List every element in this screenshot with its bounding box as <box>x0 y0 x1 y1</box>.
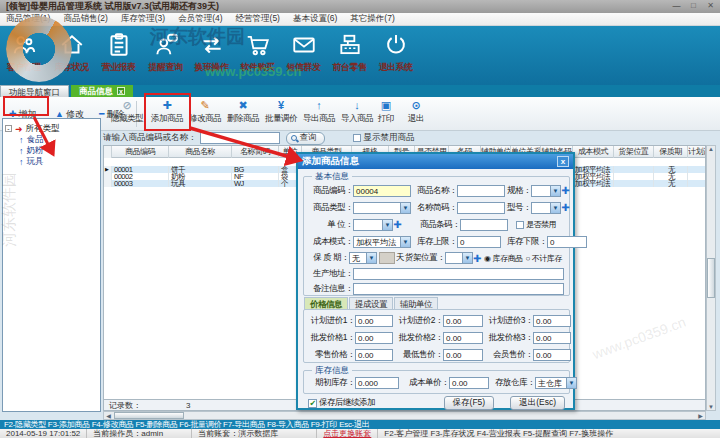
edit-product-button[interactable]: ✎ 修改商品 <box>186 99 224 129</box>
menu-item-inventory[interactable]: 库存管理(3) <box>121 13 165 25</box>
toolbar-stock-status[interactable]: 库存状况 <box>49 28 94 83</box>
tab-close-icon[interactable]: x <box>117 87 125 95</box>
toolbar-exit-system[interactable]: 退出系统 <box>373 28 418 83</box>
add-product-button[interactable]: ✚ 添加商品 <box>148 99 186 129</box>
show-disabled-checkbox[interactable]: 显示禁用商品 <box>353 132 415 144</box>
save-button[interactable]: 保存(F5) <box>444 396 495 410</box>
menu-item-members[interactable]: 会员管理(4) <box>178 13 222 25</box>
menu-item-operations[interactable]: 经营管理(5) <box>236 13 280 25</box>
import-product-button[interactable]: ↓ 导入商品 <box>338 99 376 129</box>
wholesale2-input[interactable]: 0.00 <box>443 332 483 344</box>
vertical-scrollbar[interactable]: ▲ ▼ <box>706 145 716 411</box>
retail-price-input[interactable]: 0.00 <box>355 349 393 361</box>
scroll-right-icon[interactable]: ▶ <box>696 412 705 419</box>
warehouse-dropdown[interactable]: 主仓库▼ <box>535 377 577 389</box>
chevron-down-icon[interactable]: ▼ <box>382 220 392 230</box>
chevron-down-icon[interactable]: ▼ <box>550 186 560 196</box>
chevron-down-icon[interactable]: ▼ <box>550 203 560 213</box>
member-price-input[interactable]: 0.00 <box>533 349 571 361</box>
col-header[interactable]: 商品名称 <box>169 146 232 158</box>
col-header[interactable]: 计划进价1 <box>688 146 706 158</box>
stock-min-input[interactable]: 0 <box>547 236 587 248</box>
toolbar-business-report[interactable]: 营业报表 <box>96 28 141 83</box>
toolbar-pos-retail[interactable]: 前台零售 <box>327 28 372 83</box>
col-header[interactable]: 成本模式 <box>573 146 614 158</box>
export-product-button[interactable]: ↑ 导出商品 <box>300 99 338 129</box>
menu-item-settings[interactable]: 基本设置(6) <box>293 13 337 25</box>
print-button[interactable]: ▣ 打印 <box>372 99 400 129</box>
wholesale3-input[interactable]: 0.00 <box>533 332 571 344</box>
tree-item-food[interactable]: ↑ 食品 <box>19 134 98 145</box>
unit-dropdown[interactable]: ▼ <box>353 219 393 231</box>
query-button[interactable]: 查询 <box>286 132 325 145</box>
minimize-button[interactable]: — <box>670 1 683 11</box>
dialog-close-icon[interactable]: x <box>557 156 569 167</box>
rack-dropdown[interactable]: ▼ <box>445 252 473 264</box>
plan-price3-input[interactable]: 0.00 <box>533 315 571 327</box>
menu-item-sales[interactable]: 商品销售(2) <box>63 13 107 25</box>
toolbar-sms-broadcast[interactable]: 短信群发 <box>281 28 326 83</box>
stock-product-radio[interactable]: ◉ 库存商品 <box>484 253 522 264</box>
chevron-down-icon[interactable]: ▼ <box>462 253 472 263</box>
chevron-down-icon[interactable]: ▼ <box>400 237 410 247</box>
dialog-exit-button[interactable]: 退出(Esc) <box>510 396 565 410</box>
chevron-down-icon[interactable]: ▼ <box>366 253 376 263</box>
barcode-input[interactable] <box>460 219 508 231</box>
wholesale1-input[interactable]: 0.00 <box>355 332 393 344</box>
shortcode-input[interactable] <box>457 202 505 214</box>
tab-product-info[interactable]: 商品信息 x <box>71 85 133 97</box>
batch-price-button[interactable]: ¥ 批量调价 <box>262 99 300 129</box>
spec-dropdown[interactable]: ▼ <box>531 185 561 197</box>
stock-max-input[interactable]: 0 <box>457 236 501 248</box>
remark-input[interactable] <box>353 283 564 295</box>
add-rack-button[interactable]: ✚ <box>473 253 481 264</box>
scroll-left-icon[interactable]: ◀ <box>104 412 113 419</box>
search-input[interactable] <box>200 132 280 144</box>
col-header[interactable]: 货架位置 <box>614 146 654 158</box>
toolbar-buy-software[interactable]: 软件购买 <box>235 28 280 83</box>
disable-checkbox[interactable]: 是否禁用 <box>516 219 556 230</box>
col-header[interactable]: 商品编码 <box>112 146 169 158</box>
scroll-thumb[interactable] <box>707 258 715 298</box>
close-button[interactable]: ✕ <box>704 1 717 11</box>
col-header[interactable]: 名称简码 <box>232 146 279 158</box>
col-header[interactable]: 保质期 <box>654 146 688 158</box>
add-unit-button[interactable]: ✚ <box>393 219 402 230</box>
tree-item-all-types[interactable]: - ➜ 所有类型 <box>5 123 98 134</box>
plan-price2-input[interactable]: 0.00 <box>443 315 483 327</box>
shelflife-dropdown[interactable]: 无▼ <box>349 252 377 264</box>
toolbar-shift-change[interactable]: 换班操作 <box>189 28 234 83</box>
scroll-down-icon[interactable]: ▼ <box>708 404 714 410</box>
lowest-price-input[interactable]: 0.00 <box>443 349 483 361</box>
continue-add-checkbox[interactable]: ✔ 保存后继续添加 <box>308 397 375 409</box>
hide-type-button[interactable]: ⊘ 隐藏类型 <box>108 99 146 129</box>
scroll-thumb[interactable] <box>114 412 184 419</box>
tree-item-milkpowder[interactable]: ↑ 奶粉 <box>19 145 98 156</box>
product-code-input[interactable]: 00004 <box>353 185 411 197</box>
exit-button[interactable]: ⊙ 退出 <box>402 99 430 129</box>
change-account-link[interactable]: 点击更换账套 <box>317 429 378 438</box>
menu-item-other[interactable]: 其它操作(7) <box>350 13 394 25</box>
production-address-input[interactable] <box>353 268 564 280</box>
add-model-button[interactable]: ✚ <box>561 202 570 213</box>
type-dropdown[interactable]: ▼ <box>353 202 411 214</box>
tab-function-nav[interactable]: 功能导航窗口 <box>0 85 69 97</box>
menu-item-products[interactable]: 商品管理(1) <box>6 13 50 25</box>
plan-price1-input[interactable]: 0.00 <box>355 315 393 327</box>
collapse-icon[interactable]: - <box>5 125 12 132</box>
toolbar-reminder-query[interactable]: 提醒查询 <box>143 28 188 83</box>
costmode-dropdown[interactable]: 加权平均法▼ <box>353 236 411 248</box>
scroll-up-icon[interactable]: ▲ <box>708 146 714 152</box>
model-dropdown[interactable]: ▼ <box>531 202 561 214</box>
initial-stock-input[interactable]: 0.000 <box>355 377 399 389</box>
add-spec-button[interactable]: ✚ <box>561 185 570 196</box>
no-stock-radio[interactable]: ○ 不计库存 <box>525 253 561 264</box>
tree-item-toys[interactable]: ↑ 玩具 <box>19 156 98 167</box>
toolbar-customer-mgmt[interactable]: 客户管理 <box>1 28 46 83</box>
unit-cost-input[interactable]: 0.00 <box>449 377 489 389</box>
maximize-button[interactable]: □ <box>687 1 700 11</box>
chevron-down-icon[interactable]: ▼ <box>400 203 410 213</box>
chevron-down-icon[interactable]: ▼ <box>566 378 576 388</box>
product-name-input[interactable] <box>457 185 505 197</box>
delete-product-button[interactable]: ✖ 删除商品 <box>224 99 262 129</box>
